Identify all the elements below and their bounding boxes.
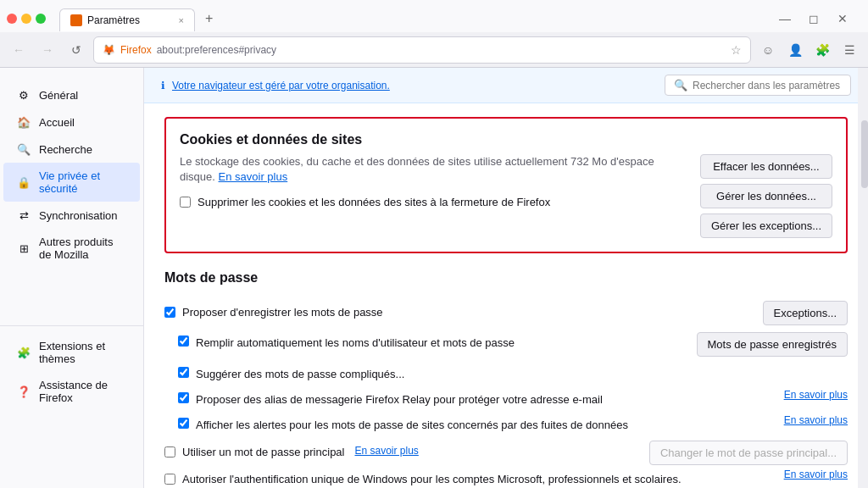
tab-close-button[interactable]: × — [179, 15, 184, 25]
suggest-label: Suggérer des mots de passe compliqués... — [196, 367, 848, 382]
address-bar[interactable]: 🦊 Firefox about:preferences#privacy ☆ — [93, 36, 751, 64]
relay-learn-more-link[interactable]: En savoir plus — [784, 389, 848, 401]
relay-row: Proposer des alias de messagerie Firefox… — [178, 389, 603, 411]
info-icon: ℹ — [161, 80, 165, 92]
sidebar-item-mozilla[interactable]: ⊞ Autres produits de Mozilla — [3, 229, 140, 268]
cookies-left: Le stockage des cookies, du cache et des… — [180, 154, 687, 238]
minimize-light[interactable] — [21, 14, 31, 24]
sidebar-item-search[interactable]: 🔍 Recherche — [3, 136, 140, 163]
address-brand: Firefox — [120, 44, 152, 56]
search-bar: 🔍 — [665, 75, 851, 96]
minimize-button[interactable]: — — [773, 7, 797, 30]
cookies-title: Cookies et données de sites — [180, 132, 832, 147]
extensions-icon-button[interactable]: 🧩 — [810, 38, 834, 62]
tab-bar: Paramètres × + — [53, 6, 228, 31]
sidebar-item-support[interactable]: ❓ Assistance de Firefox — [3, 372, 140, 411]
new-tab-button[interactable]: + — [197, 6, 221, 31]
nav-icons: ☺ 👤 🧩 ☰ — [756, 38, 861, 62]
relay-checkbox[interactable] — [178, 392, 189, 403]
close-light[interactable] — [7, 14, 17, 24]
scrollbar-track[interactable] — [858, 68, 868, 488]
windows-auth-learn-more-link[interactable]: En savoir plus — [784, 469, 848, 480]
manage-exceptions-button[interactable]: Gérer les exceptions... — [700, 214, 832, 238]
clear-data-button[interactable]: Effacer les données... — [700, 154, 832, 179]
sidebar-item-general[interactable]: ⚙ Général — [3, 81, 140, 108]
page: ⚙ Général 🏠 Accueil 🔍 Recherche 🔒 Vie pr… — [0, 68, 868, 488]
autofill-label: Remplir automatiquement les noms d'utili… — [196, 336, 515, 351]
content-area: Cookies et données de sites Le stockage … — [144, 103, 868, 488]
windows-auth-label: Autoriser l'authentification unique de W… — [182, 472, 682, 487]
main-content: ℹ Votre navigateur est géré par votre or… — [144, 68, 868, 488]
cookies-description: Le stockage des cookies, du cache et des… — [180, 154, 687, 185]
manage-data-button[interactable]: Gérer les données... — [700, 184, 832, 208]
refresh-button[interactable]: ↺ — [64, 38, 88, 62]
title-bar: Paramètres × + — ◻ ✕ — [0, 0, 868, 32]
forward-button[interactable]: → — [36, 38, 59, 62]
window-close-button[interactable]: ✕ — [831, 7, 854, 30]
home-icon: 🏠 — [17, 115, 31, 129]
maximize-light[interactable] — [36, 14, 46, 24]
lock-icon: 🔒 — [17, 175, 31, 189]
autofill-checkbox[interactable] — [178, 336, 189, 347]
sidebar-label-sync: Synchronisation — [39, 209, 118, 222]
master-label: Utiliser un mot de passe principal — [182, 445, 344, 460]
alerts-row: Afficher les alertes pour les mots de pa… — [178, 414, 628, 436]
browser-chrome: Paramètres × + — ◻ ✕ ← → ↺ 🦊 Firefox abo… — [0, 0, 868, 68]
nav-bar: ← → ↺ 🦊 Firefox about:preferences#privac… — [0, 32, 868, 68]
windows-auth-row: Autoriser l'authentification unique de W… — [164, 469, 682, 488]
windows-auth-checkbox[interactable] — [164, 474, 175, 485]
passwords-title: Mots de passe — [164, 270, 258, 286]
menu-button[interactable]: ☰ — [837, 38, 861, 62]
alerts-checkbox[interactable] — [178, 418, 189, 429]
cookies-learn-more-link[interactable]: En savoir plus — [219, 170, 288, 183]
smile-icon-button[interactable]: ☺ — [756, 38, 780, 62]
search-icon: 🔍 — [674, 79, 687, 92]
save-password-label: Proposer d'enregistrer les mots de passe — [182, 305, 383, 320]
address-url: about:preferences#privacy — [157, 44, 276, 56]
traffic-lights — [7, 14, 46, 24]
sidebar-item-sync[interactable]: ⇄ Synchronisation — [3, 202, 140, 229]
org-managed-link[interactable]: Votre navigateur est géré par votre orga… — [172, 80, 390, 92]
scrollbar-thumb[interactable] — [861, 120, 868, 188]
sync-icon: ⇄ — [17, 208, 31, 222]
master-row: Utiliser un mot de passe principal En sa… — [164, 441, 419, 463]
search-icon: 🔍 — [17, 142, 31, 156]
save-password-checkbox[interactable] — [164, 307, 175, 318]
change-master-button[interactable]: Changer le mot de passe principal... — [649, 441, 848, 465]
sidebar-label-extensions: Extensions et thèmes — [39, 340, 126, 365]
alerts-learn-more-link[interactable]: En savoir plus — [784, 414, 848, 426]
account-icon-button[interactable]: 👤 — [783, 38, 807, 62]
master-checkbox[interactable] — [164, 446, 175, 458]
gear-icon: ⚙ — [17, 88, 31, 102]
cookies-section: Cookies et données de sites Le stockage … — [164, 117, 848, 253]
registered-passwords-button[interactable]: Mots de passe enregistrés — [697, 332, 848, 357]
passwords-section: Mots de passe Proposer d'enregistrer les… — [164, 270, 848, 488]
relay-label: Proposer des alias de messagerie Firefox… — [196, 392, 603, 408]
restore-button[interactable]: ◻ — [802, 7, 826, 30]
sidebar-item-home[interactable]: 🏠 Accueil — [3, 108, 140, 136]
sidebar-label-search: Recherche — [39, 143, 92, 156]
sidebar-item-privacy[interactable]: 🔒 Vie privée et sécurité — [3, 163, 140, 202]
sidebar-label-mozilla: Autres produits de Mozilla — [39, 236, 126, 261]
info-banner-text: ℹ Votre navigateur est géré par votre or… — [161, 80, 390, 92]
save-password-row: Proposer d'enregistrer les mots de passe — [164, 302, 383, 324]
sidebar-item-extensions[interactable]: 🧩 Extensions et thèmes — [3, 333, 140, 372]
master-learn-more-link[interactable]: En savoir plus — [354, 445, 418, 457]
bookmark-star-icon[interactable]: ☆ — [731, 43, 742, 57]
cookies-checkbox-row: Supprimer les cookies et les données des… — [180, 195, 687, 210]
cookies-checkbox[interactable] — [180, 197, 191, 208]
back-button[interactable]: ← — [7, 38, 31, 62]
tab-label: Paramètres — [87, 14, 174, 26]
address-favicon: 🦊 — [103, 44, 115, 56]
windows-auth-block: Autoriser l'authentification unique de W… — [164, 469, 682, 488]
suggest-checkbox[interactable] — [178, 367, 189, 378]
sidebar-label-general: Général — [39, 89, 78, 102]
exceptions-button[interactable]: Exceptions... — [763, 301, 848, 325]
sidebar-label-privacy: Vie privée et sécurité — [39, 169, 126, 195]
active-tab[interactable]: Paramètres × — [59, 8, 195, 31]
cookies-buttons: Effacer les données... Gérer les données… — [700, 154, 832, 238]
alerts-label: Afficher les alertes pour les mots de pa… — [196, 418, 628, 433]
cookies-body: Le stockage des cookies, du cache et des… — [180, 154, 832, 238]
sidebar-label-home: Accueil — [39, 116, 75, 129]
search-input[interactable] — [693, 80, 842, 92]
